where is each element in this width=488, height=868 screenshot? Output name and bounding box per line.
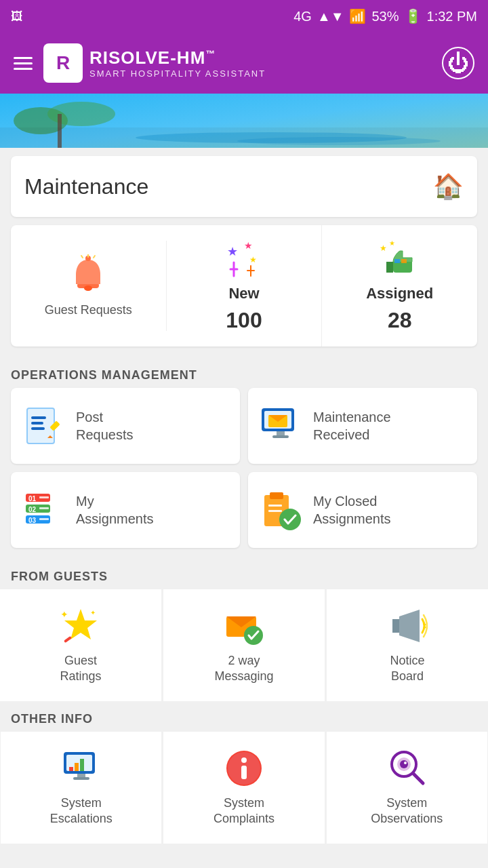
svg-rect-28 (31, 427, 45, 430)
svg-rect-70 (241, 766, 247, 779)
svg-rect-3 (58, 114, 62, 148)
notification-icon: 🖼 (11, 9, 23, 24)
operations-section-header: OPERATIONS MANAGEMENT (0, 357, 488, 388)
my-assignments-card[interactable]: 01 02 03 MyAssignments (11, 472, 240, 548)
svg-rect-45 (39, 518, 49, 520)
svg-text:01: 01 (28, 495, 37, 502)
svg-text:✦: ✦ (90, 609, 96, 616)
guest-requests-section[interactable]: Guest Requests (11, 241, 167, 331)
svg-text:★: ★ (380, 243, 387, 253)
new-label: New (228, 285, 259, 302)
guest-ratings-card[interactable]: ✦ ✦ GuestRatings (0, 589, 161, 701)
battery-level: 53% (371, 9, 399, 24)
assigned-icon: ★ ★ (380, 239, 420, 279)
my-assignments-label: MyAssignments (76, 492, 154, 528)
svg-line-11 (94, 256, 95, 258)
svg-rect-43 (39, 496, 49, 498)
system-observations-label: SystemObservations (371, 795, 443, 827)
guest-ratings-label: GuestRatings (60, 653, 101, 685)
svg-rect-47 (270, 492, 283, 499)
bell-icon (66, 254, 110, 298)
svg-rect-23 (401, 259, 407, 263)
svg-point-74 (404, 762, 407, 764)
two-way-messaging-card[interactable]: 2 wayMessaging (163, 589, 325, 701)
svg-text:★: ★ (244, 240, 253, 251)
guest-requests-label: Guest Requests (45, 303, 132, 317)
my-closed-assignments-label: My ClosedAssignments (313, 492, 391, 528)
ops-row-2: 01 02 03 MyAssignments My ClosedAssignme… (11, 472, 477, 548)
notice-board-card[interactable]: NoticeBoard (327, 589, 488, 701)
svg-text:03: 03 (28, 517, 37, 524)
svg-point-73 (400, 760, 408, 768)
svg-point-4 (136, 132, 407, 143)
signal-icon: ▲▼ (317, 9, 344, 24)
new-count: 100 (226, 308, 262, 333)
eye-search-icon (386, 748, 427, 789)
svg-rect-24 (27, 408, 54, 443)
svg-rect-64 (80, 759, 84, 771)
assigned-count: 28 (388, 308, 412, 333)
power-button[interactable]: ⏻ (442, 47, 474, 79)
svg-text:✦: ✦ (60, 609, 68, 620)
svg-text:★: ★ (249, 255, 257, 264)
svg-rect-35 (277, 431, 285, 435)
network-type: 4G (293, 9, 312, 24)
monitor-escalation-icon (61, 748, 102, 789)
svg-point-59 (424, 627, 426, 629)
home-icon[interactable]: 🏠 (433, 172, 464, 201)
svg-point-69 (241, 757, 247, 763)
system-escalations-card[interactable]: SystemEscalations (1, 732, 161, 844)
title-card: Maintenance 🏠 (11, 156, 477, 217)
star-ratings-icon: ✦ ✦ (60, 606, 101, 646)
monitor-email-icon (259, 404, 302, 448)
new-requests-section[interactable]: ★ ★ ★ New 100 (167, 225, 323, 347)
system-observations-card[interactable]: SystemObservations (327, 732, 487, 844)
envelope-check-icon (224, 606, 264, 646)
svg-rect-66 (73, 777, 89, 780)
post-requests-card[interactable]: PostRequests (11, 388, 240, 464)
svg-text:★: ★ (389, 239, 395, 247)
post-requests-label: PostRequests (76, 408, 134, 443)
megaphone-icon (387, 606, 428, 646)
svg-text:02: 02 (28, 506, 37, 513)
system-escalations-label: SystemEscalations (50, 795, 113, 827)
svg-rect-63 (75, 763, 79, 771)
brand-name: RISOLVE-HM™ (89, 47, 266, 68)
svg-rect-54 (64, 636, 72, 643)
maintenance-received-card[interactable]: MaintenanceReceived (248, 388, 477, 464)
svg-point-8 (84, 285, 92, 291)
page-title: Maintenance (24, 174, 148, 199)
svg-rect-49 (268, 510, 282, 512)
new-icon: ★ ★ ★ (224, 239, 264, 279)
logo-container: R RISOLVE-HM™ SMART HOSPITALITY ASSISTAN… (43, 43, 431, 83)
battery-icon: 🔋 (405, 8, 422, 24)
notice-board-label: NoticeBoard (390, 653, 424, 685)
status-bar: 🖼 4G ▲▼ 📶 53% 🔋 1:32 PM (0, 0, 488, 33)
brand-subtitle: SMART HOSPITALITY ASSISTANT (89, 68, 266, 79)
logo-text: RISOLVE-HM™ SMART HOSPITALITY ASSISTANT (89, 47, 266, 79)
assigned-label: Assigned (366, 285, 433, 302)
from-guests-grid: ✦ ✦ GuestRatings 2 wayMessaging (0, 589, 488, 701)
svg-rect-22 (394, 259, 400, 263)
logo-box: R (43, 43, 83, 83)
system-complaints-label: SystemComplaints (214, 795, 274, 827)
two-way-messaging-label: 2 wayMessaging (214, 653, 273, 685)
guest-requests-card[interactable]: Guest Requests ★ ★ ★ New 100 ★ ★ (11, 225, 477, 347)
svg-rect-62 (69, 767, 73, 771)
svg-rect-44 (39, 507, 49, 509)
svg-text:★: ★ (227, 245, 238, 258)
other-info-section-header: OTHER INFO (0, 701, 488, 732)
hamburger-menu[interactable] (14, 57, 33, 70)
list-icon: 01 02 03 (22, 488, 65, 532)
svg-rect-27 (31, 422, 43, 425)
my-closed-assignments-card[interactable]: My ClosedAssignments (248, 472, 477, 548)
svg-rect-36 (272, 435, 289, 438)
hero-banner (0, 94, 488, 148)
svg-point-58 (424, 624, 426, 626)
system-complaints-card[interactable]: SystemComplaints (163, 732, 325, 844)
assigned-requests-section[interactable]: ★ ★ Assigned 28 (322, 225, 477, 347)
info-circle-icon (224, 748, 264, 789)
svg-point-5 (237, 137, 441, 145)
app-header: R RISOLVE-HM™ SMART HOSPITALITY ASSISTAN… (0, 33, 488, 94)
from-guests-section-header: FROM GUESTS (0, 559, 488, 589)
